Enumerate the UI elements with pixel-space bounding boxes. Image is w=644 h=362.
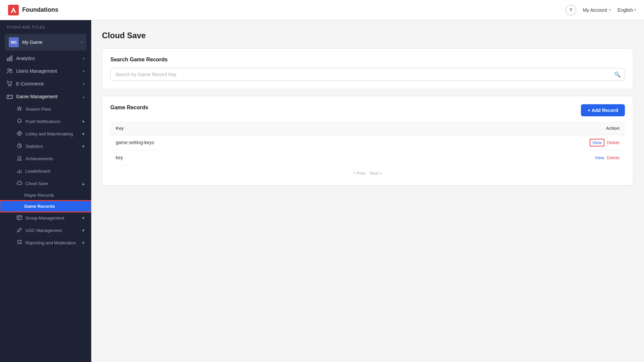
search-card-title: Search Game Records xyxy=(110,57,625,63)
topbar: Foundations ? My Account ▾ English ▾ xyxy=(0,0,644,20)
season-pass-icon xyxy=(17,106,22,112)
sidebar-users-label: Users Management xyxy=(16,68,79,74)
view-link-2[interactable]: View xyxy=(595,155,604,160)
svg-rect-4 xyxy=(11,56,12,61)
sidebar-ecommerce-label: E-Commerce xyxy=(16,81,79,86)
svg-point-5 xyxy=(8,69,10,71)
push-notifications-chevron-icon: ▾ xyxy=(82,119,85,124)
main-content: Cloud Save Search Game Records 🔍 Game Re… xyxy=(91,20,644,362)
statistics-chevron-icon: ▾ xyxy=(82,144,85,149)
logo-text: Foundations xyxy=(22,6,58,13)
analytics-chevron-icon: ▾ xyxy=(83,57,85,60)
records-header: Game Records + Add Record xyxy=(110,104,625,116)
svg-rect-9 xyxy=(7,95,12,99)
language-chevron-icon: ▾ xyxy=(634,8,636,12)
group-management-icon xyxy=(17,215,22,221)
game-records-card-title: Game Records xyxy=(110,105,148,111)
achievements-icon xyxy=(17,156,22,162)
sidebar-item-ecommerce[interactable]: E-Commerce ▾ xyxy=(0,77,91,90)
pagination: < Prev Next > xyxy=(110,165,625,177)
sidebar-cloud-save-label: Cloud Save xyxy=(25,181,48,186)
lobby-matchmaking-icon xyxy=(17,131,22,137)
language-label: English xyxy=(618,7,633,13)
ugc-management-icon xyxy=(17,227,22,234)
delete-link-1[interactable]: Delete xyxy=(607,140,620,145)
sidebar-ugc-management-label: UGC Management xyxy=(25,228,62,233)
sidebar-item-users-management[interactable]: Users Management ▾ xyxy=(0,65,91,77)
ecommerce-icon xyxy=(7,81,13,87)
sidebar-item-group-management[interactable]: Group Management ▾ xyxy=(0,212,91,224)
sidebar-item-game-records[interactable]: Game Records xyxy=(0,201,91,212)
sidebar-item-leaderboard[interactable]: Leaderboard xyxy=(0,165,91,177)
search-input[interactable] xyxy=(110,68,625,81)
sidebar-lobby-matchmaking-label: Lobby and Matchmaking xyxy=(25,131,73,136)
leaderboard-icon xyxy=(17,168,22,174)
push-notifications-icon xyxy=(17,118,22,125)
sidebar-item-ugc-management[interactable]: UGC Management ▾ xyxy=(0,224,91,237)
sidebar-game-management-label: Game Management xyxy=(16,94,79,99)
language-button[interactable]: English ▾ xyxy=(618,7,636,13)
sidebar-achievements-label: Achievements xyxy=(25,156,53,161)
search-icon[interactable]: 🔍 xyxy=(614,71,621,78)
layout: STUDIO AND TITLES MG My Game ▾ Analytics… xyxy=(0,20,644,362)
svg-marker-10 xyxy=(17,107,21,110)
sidebar-push-notifications-label: Push Notifications xyxy=(25,119,60,124)
sidebar-item-lobby-matchmaking[interactable]: Lobby and Matchmaking ▾ xyxy=(0,128,91,140)
group-management-chevron-icon: ▾ xyxy=(82,216,85,221)
game-records-card: Game Records + Add Record Key Action gam… xyxy=(102,96,633,185)
table-row: key View Delete xyxy=(110,150,625,165)
sidebar: STUDIO AND TITLES MG My Game ▾ Analytics… xyxy=(0,20,91,362)
svg-rect-3 xyxy=(9,57,10,61)
delete-link-2[interactable]: Delete xyxy=(607,155,620,160)
svg-rect-19 xyxy=(17,216,22,220)
record-actions-1: View Delete xyxy=(392,135,625,150)
ecommerce-chevron-icon: ▾ xyxy=(83,82,85,86)
help-button[interactable]: ? xyxy=(566,5,576,15)
svg-point-6 xyxy=(10,69,12,71)
svg-point-7 xyxy=(9,85,9,86)
sidebar-item-analytics[interactable]: Analytics ▾ xyxy=(0,52,91,65)
sidebar-item-cloud-save[interactable]: Cloud Save ▴ xyxy=(0,177,91,190)
lobby-matchmaking-chevron-icon: ▾ xyxy=(82,131,85,136)
sidebar-item-season-pass[interactable]: Season Pass xyxy=(0,103,91,115)
sidebar-group-management-label: Group Management xyxy=(25,216,64,221)
analytics-icon xyxy=(7,55,13,61)
records-table: Key Action game-setting-keys View Delete xyxy=(110,122,625,165)
record-key-1: game-setting-keys xyxy=(110,135,392,150)
reporting-moderation-chevron-icon: ▾ xyxy=(82,240,85,245)
sidebar-section-label: STUDIO AND TITLES xyxy=(0,20,91,31)
studio-name: My Game xyxy=(22,40,77,45)
account-button[interactable]: My Account ▾ xyxy=(583,7,611,13)
sidebar-item-reporting-moderation[interactable]: Reporting and Moderation ▾ xyxy=(0,237,91,249)
next-button[interactable]: Next > xyxy=(370,171,382,176)
sidebar-reporting-moderation-label: Reporting and Moderation xyxy=(25,240,76,245)
reporting-moderation-icon xyxy=(17,240,22,246)
table-row: game-setting-keys View Delete xyxy=(110,135,625,150)
users-icon xyxy=(7,68,13,74)
sidebar-item-statistics[interactable]: Statistics ▾ xyxy=(0,140,91,153)
sidebar-item-push-notifications[interactable]: Push Notifications ▾ xyxy=(0,115,91,128)
svg-point-12 xyxy=(19,133,20,134)
add-record-button[interactable]: + Add Record xyxy=(581,104,625,116)
record-key-2: key xyxy=(110,150,392,165)
logo: Foundations xyxy=(8,5,58,15)
record-actions-2: View Delete xyxy=(392,150,625,165)
topbar-right: ? My Account ▾ English ▾ xyxy=(566,5,636,15)
logo-icon xyxy=(8,5,19,15)
sidebar-analytics-label: Analytics xyxy=(16,56,79,61)
cloud-save-icon xyxy=(17,180,22,187)
search-wrapper: 🔍 xyxy=(110,68,625,81)
studio-selector[interactable]: MG My Game ▾ xyxy=(5,34,87,51)
studio-chevron-icon: ▾ xyxy=(81,41,83,44)
col-key: Key xyxy=(110,122,392,135)
sidebar-item-game-management[interactable]: Game Management ▴ xyxy=(0,90,91,103)
page-title: Cloud Save xyxy=(102,31,633,40)
view-link-1[interactable]: View xyxy=(590,139,604,146)
sidebar-item-achievements[interactable]: Achievements xyxy=(0,153,91,165)
svg-point-18 xyxy=(18,156,21,159)
sidebar-item-player-records[interactable]: Player Records xyxy=(0,190,91,201)
studio-avatar: MG xyxy=(9,37,19,47)
account-label: My Account xyxy=(583,7,607,13)
prev-button[interactable]: < Prev xyxy=(353,171,366,176)
sidebar-leaderboard-label: Leaderboard xyxy=(25,169,50,174)
